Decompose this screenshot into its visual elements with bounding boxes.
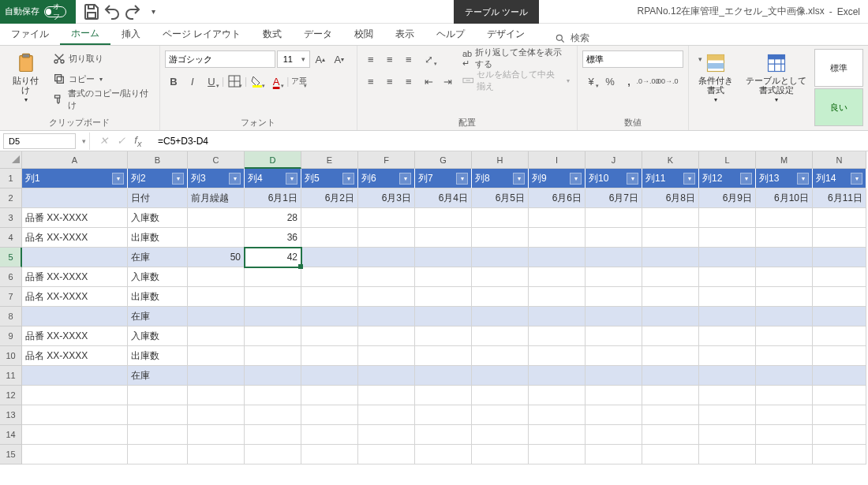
percent-format-icon[interactable]: % [601,73,619,90]
cell[interactable] [358,307,415,326]
cell[interactable] [301,248,358,267]
cell[interactable] [699,326,756,346]
bold-button[interactable]: B [165,73,182,90]
cell[interactable] [415,208,472,228]
cell[interactable]: 50 [188,248,245,267]
cell[interactable]: 品名 XX-XXXX [22,346,128,366]
cell[interactable] [415,386,472,405]
cell[interactable] [415,366,472,386]
cell[interactable]: 出庫数 [128,287,188,307]
cell[interactable] [188,366,245,386]
increase-font-icon[interactable]: A▴ [312,50,329,68]
cell[interactable]: 6月8日 [642,188,699,208]
underline-button[interactable]: U▾ [203,73,220,90]
format-as-table-button[interactable]: テーブルとして 書式設定▾ [741,49,811,106]
cell[interactable] [245,425,301,445]
cell[interactable] [529,267,586,287]
cell[interactable] [586,208,642,228]
cell[interactable] [642,248,699,267]
cell[interactable] [813,326,866,346]
cell[interactable] [472,445,529,464]
table-header-cell[interactable]: 列2▾ [128,169,188,188]
cell[interactable] [586,326,642,346]
cell[interactable] [245,326,301,346]
cell[interactable] [813,287,866,307]
cell[interactable] [472,405,529,425]
increase-decimal-icon[interactable]: .0→.00 [639,73,657,90]
cell[interactable] [472,307,529,326]
cell[interactable]: 6月11日 [813,188,866,208]
cell[interactable] [586,346,642,366]
cell[interactable] [529,228,586,248]
cell[interactable] [813,425,866,445]
column-header[interactable]: C [188,151,245,169]
cell[interactable] [586,307,642,326]
cell[interactable]: 前月繰越 [188,188,245,208]
cell[interactable] [358,405,415,425]
copy-button[interactable]: コピー▾ [51,69,155,88]
cell[interactable] [472,287,529,307]
fill-color-button[interactable]: ▾ [249,73,266,90]
cell[interactable] [642,445,699,464]
cell[interactable] [699,346,756,366]
cell[interactable] [301,307,358,326]
cell[interactable] [586,267,642,287]
cell[interactable] [301,445,358,464]
cell[interactable] [188,386,245,405]
row-header[interactable]: 10 [0,346,22,366]
filter-dropdown-icon[interactable]: ▾ [399,173,411,185]
column-header[interactable]: K [642,151,699,169]
table-header-cell[interactable]: 列5▾ [301,169,358,188]
column-header[interactable]: M [756,151,813,169]
cell[interactable] [188,228,245,248]
conditional-format-button[interactable]: 条件付き 書式▾ [694,49,738,106]
cell[interactable] [22,248,128,267]
row-header[interactable]: 11 [0,366,22,386]
cell[interactable] [188,405,245,425]
cell[interactable] [415,346,472,366]
cell[interactable] [699,287,756,307]
cell[interactable] [358,248,415,267]
cell[interactable]: 6月3日 [358,188,415,208]
cell[interactable] [301,386,358,405]
table-header-cell[interactable]: 列11▾ [642,169,699,188]
cell[interactable] [756,326,813,346]
cell[interactable]: 在庫 [128,366,188,386]
undo-icon[interactable] [103,2,122,21]
cell[interactable]: 6月1日 [245,188,301,208]
cell[interactable]: 品番 XX-XXXX [22,326,128,346]
tab-data[interactable]: データ [293,23,343,45]
cell[interactable]: 入庫数 [128,326,188,346]
filter-dropdown-icon[interactable]: ▾ [112,173,124,185]
row-header[interactable]: 15 [0,445,22,464]
table-header-cell[interactable]: 列12▾ [699,169,756,188]
autosave-toggle[interactable]: 自動保存 オフ [0,0,76,24]
number-format-combo[interactable]: ▾ [582,50,683,68]
column-header[interactable]: J [586,151,642,169]
cell[interactable] [358,366,415,386]
cell[interactable] [245,267,301,287]
cell[interactable] [529,425,586,445]
cell[interactable] [642,346,699,366]
cell[interactable] [642,208,699,228]
cell[interactable] [245,386,301,405]
cell[interactable] [813,248,866,267]
autosave-switch[interactable]: オフ [44,6,66,17]
cell[interactable] [756,228,813,248]
column-header[interactable]: B [128,151,188,169]
table-header-cell[interactable]: 列9▾ [529,169,586,188]
tab-file[interactable]: ファイル [0,23,60,45]
cell[interactable] [415,425,472,445]
cell[interactable] [358,326,415,346]
cell[interactable] [358,267,415,287]
cell[interactable] [699,307,756,326]
cell[interactable] [358,346,415,366]
table-header-cell[interactable]: 列13▾ [756,169,813,188]
cell[interactable] [813,228,866,248]
cell[interactable] [813,346,866,366]
filter-dropdown-icon[interactable]: ▾ [172,173,184,185]
column-header[interactable]: L [699,151,756,169]
orientation-icon[interactable]: ⤢▾ [421,50,438,68]
cell[interactable] [301,326,358,346]
search-box[interactable]: 検索 [536,32,589,45]
